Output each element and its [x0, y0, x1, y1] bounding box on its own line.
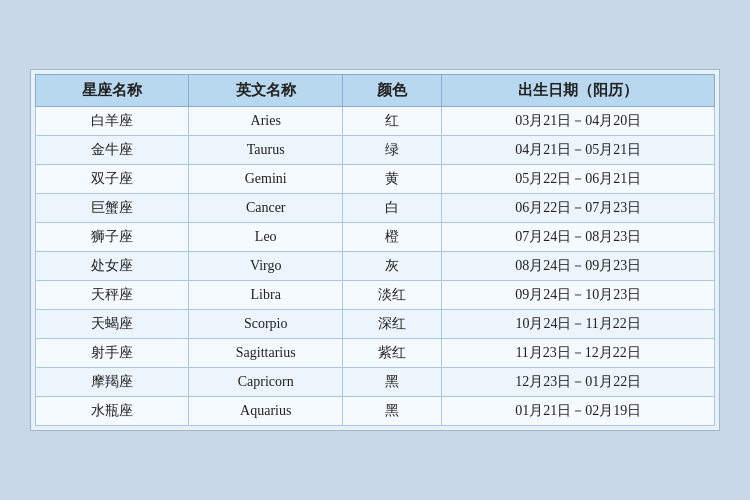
cell-2-0: 双子座 [36, 165, 189, 194]
cell-5-3: 08月24日－09月23日 [442, 252, 715, 281]
cell-1-1: Taurus [189, 136, 342, 165]
table-row: 射手座Sagittarius紫红11月23日－12月22日 [36, 339, 715, 368]
cell-9-1: Capricorn [189, 368, 342, 397]
cell-0-2: 红 [342, 107, 441, 136]
cell-7-0: 天蝎座 [36, 310, 189, 339]
cell-4-0: 狮子座 [36, 223, 189, 252]
table-row: 双子座Gemini黄05月22日－06月21日 [36, 165, 715, 194]
cell-1-2: 绿 [342, 136, 441, 165]
cell-1-0: 金牛座 [36, 136, 189, 165]
cell-8-2: 紫红 [342, 339, 441, 368]
column-header: 英文名称 [189, 75, 342, 107]
cell-2-2: 黄 [342, 165, 441, 194]
cell-10-2: 黑 [342, 397, 441, 426]
table-row: 白羊座Aries红03月21日－04月20日 [36, 107, 715, 136]
cell-8-3: 11月23日－12月22日 [442, 339, 715, 368]
cell-0-1: Aries [189, 107, 342, 136]
table-row: 摩羯座Capricorn黑12月23日－01月22日 [36, 368, 715, 397]
cell-9-0: 摩羯座 [36, 368, 189, 397]
cell-6-2: 淡红 [342, 281, 441, 310]
table-header-row: 星座名称英文名称颜色出生日期（阳历） [36, 75, 715, 107]
cell-8-1: Sagittarius [189, 339, 342, 368]
cell-3-2: 白 [342, 194, 441, 223]
cell-4-3: 07月24日－08月23日 [442, 223, 715, 252]
cell-9-3: 12月23日－01月22日 [442, 368, 715, 397]
cell-4-2: 橙 [342, 223, 441, 252]
cell-4-1: Leo [189, 223, 342, 252]
cell-5-2: 灰 [342, 252, 441, 281]
cell-7-3: 10月24日－11月22日 [442, 310, 715, 339]
cell-8-0: 射手座 [36, 339, 189, 368]
zodiac-table: 星座名称英文名称颜色出生日期（阳历） 白羊座Aries红03月21日－04月20… [35, 74, 715, 426]
cell-10-1: Aquarius [189, 397, 342, 426]
table-row: 处女座Virgo灰08月24日－09月23日 [36, 252, 715, 281]
table-row: 狮子座Leo橙07月24日－08月23日 [36, 223, 715, 252]
cell-6-0: 天秤座 [36, 281, 189, 310]
cell-3-0: 巨蟹座 [36, 194, 189, 223]
cell-3-3: 06月22日－07月23日 [442, 194, 715, 223]
cell-5-1: Virgo [189, 252, 342, 281]
cell-3-1: Cancer [189, 194, 342, 223]
cell-7-2: 深红 [342, 310, 441, 339]
cell-7-1: Scorpio [189, 310, 342, 339]
column-header: 颜色 [342, 75, 441, 107]
column-header: 出生日期（阳历） [442, 75, 715, 107]
zodiac-table-container: 星座名称英文名称颜色出生日期（阳历） 白羊座Aries红03月21日－04月20… [30, 69, 720, 431]
cell-2-1: Gemini [189, 165, 342, 194]
cell-10-0: 水瓶座 [36, 397, 189, 426]
cell-2-3: 05月22日－06月21日 [442, 165, 715, 194]
table-row: 金牛座Taurus绿04月21日－05月21日 [36, 136, 715, 165]
table-row: 天秤座Libra淡红09月24日－10月23日 [36, 281, 715, 310]
cell-0-3: 03月21日－04月20日 [442, 107, 715, 136]
table-row: 巨蟹座Cancer白06月22日－07月23日 [36, 194, 715, 223]
cell-6-3: 09月24日－10月23日 [442, 281, 715, 310]
cell-1-3: 04月21日－05月21日 [442, 136, 715, 165]
table-row: 水瓶座Aquarius黑01月21日－02月19日 [36, 397, 715, 426]
cell-10-3: 01月21日－02月19日 [442, 397, 715, 426]
table-row: 天蝎座Scorpio深红10月24日－11月22日 [36, 310, 715, 339]
cell-0-0: 白羊座 [36, 107, 189, 136]
cell-6-1: Libra [189, 281, 342, 310]
cell-5-0: 处女座 [36, 252, 189, 281]
cell-9-2: 黑 [342, 368, 441, 397]
column-header: 星座名称 [36, 75, 189, 107]
